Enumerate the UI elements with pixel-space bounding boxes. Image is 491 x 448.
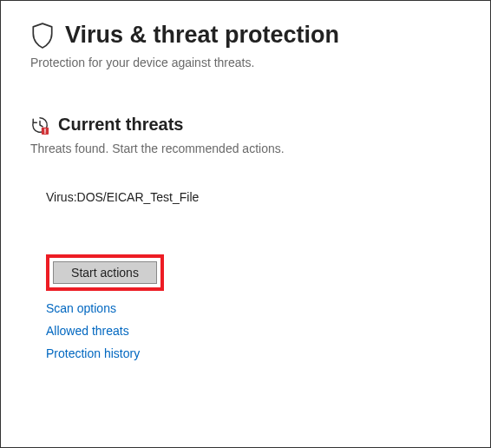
- highlight-box: Start actions: [46, 254, 164, 291]
- page-subtitle: Protection for your device against threa…: [30, 56, 490, 69]
- action-area: Start actions Scan options Allowed threa…: [46, 254, 490, 360]
- section-header: Current threats: [30, 115, 490, 135]
- section-subtitle: Threats found. Start the recommended act…: [30, 142, 490, 155]
- link-list: Scan options Allowed threats Protection …: [46, 301, 490, 360]
- section-title: Current threats: [58, 115, 183, 135]
- start-actions-button[interactable]: Start actions: [53, 261, 157, 284]
- page-header: Virus & threat protection: [30, 22, 490, 49]
- protection-history-link[interactable]: Protection history: [46, 346, 140, 360]
- threat-item: Virus:DOS/EICAR_Test_File: [46, 190, 490, 204]
- svg-point-1: [44, 132, 46, 134]
- shield-icon: [30, 23, 55, 49]
- scan-options-link[interactable]: Scan options: [46, 301, 116, 315]
- allowed-threats-link[interactable]: Allowed threats: [46, 324, 129, 338]
- page-title: Virus & threat protection: [65, 22, 339, 49]
- history-alert-icon: [30, 115, 49, 135]
